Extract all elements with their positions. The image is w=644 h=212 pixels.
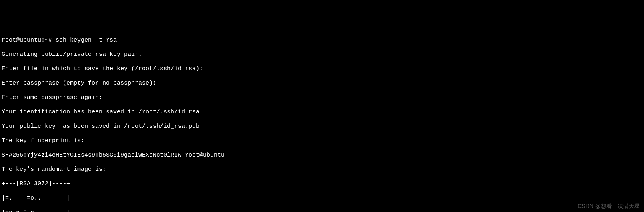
output-line: SHA256:Yjy4zi4eHEtYCIEs4s9Tb5SG6i9gaelWE… xyxy=(2,152,642,159)
output-line: The key's randomart image is: xyxy=(2,166,642,173)
output-line: Enter file in which to save the key (/ro… xyxy=(2,65,642,73)
randomart-line: |=o o E.o. | xyxy=(2,209,642,212)
terminal-output[interactable]: root@ubuntu:~# ssh-keygen -t rsa Generat… xyxy=(2,30,642,212)
output-line: Enter passphrase (empty for no passphras… xyxy=(2,80,642,87)
prompt-line-1: root@ubuntu:~# ssh-keygen -t rsa xyxy=(2,37,642,44)
command-1: ssh-keygen -t rsa xyxy=(56,37,117,44)
output-line: Generating public/private rsa key pair. xyxy=(2,51,642,58)
prompt-userhost: root@ubuntu xyxy=(2,37,41,44)
output-line: The key fingerprint is: xyxy=(2,137,642,145)
output-line: Your public key has been saved in /root/… xyxy=(2,123,642,130)
randomart-line: +---[RSA 3072]----+ xyxy=(2,180,642,188)
output-line: Enter same passphrase again: xyxy=(2,94,642,101)
randomart-line: |=. =o.. | xyxy=(2,195,642,202)
watermark-text: CSDN @想看一次满天星 xyxy=(578,203,640,210)
output-line: Your identification has been saved in /r… xyxy=(2,109,642,116)
prompt-path: ~ xyxy=(45,37,48,44)
